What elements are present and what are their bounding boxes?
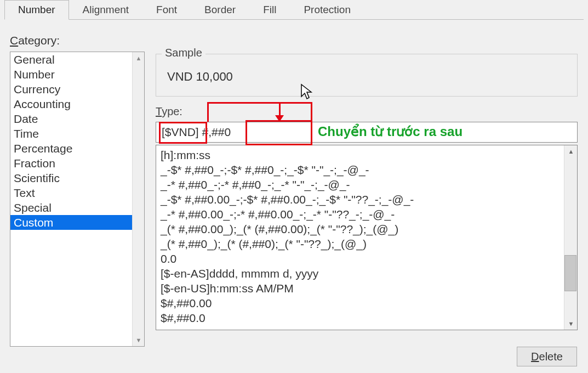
format-list[interactable]: [h]:mm:ss _-$* #,##0_-;-$* #,##0_-;_-$* … xyxy=(156,145,578,330)
annotation-connector xyxy=(207,102,312,122)
scroll-up-icon[interactable]: ▲ xyxy=(133,52,145,64)
sample-label: Sample xyxy=(162,47,205,59)
type-label: Type: xyxy=(156,105,182,118)
list-item[interactable]: General xyxy=(10,52,132,67)
list-item[interactable]: [h]:mm:ss xyxy=(161,148,558,162)
list-item[interactable]: _-* #,##0_-;-* #,##0_-;_-* "-"_-;_-@_- xyxy=(161,177,558,192)
type-input[interactable] xyxy=(156,122,578,143)
list-item[interactable]: $#,##0.0 xyxy=(161,310,558,325)
tab-protection[interactable]: Protection xyxy=(290,0,364,19)
sample-value: VND 10,000 xyxy=(167,70,233,84)
list-item[interactable]: Time xyxy=(10,126,132,141)
list-item[interactable]: [$-en-AS]dddd, mmmm d, yyyy xyxy=(161,266,558,281)
category-listbox[interactable]: General Number Currency Accounting Date … xyxy=(10,52,145,347)
scroll-thumb[interactable] xyxy=(564,255,576,291)
list-item[interactable]: Custom xyxy=(10,215,132,230)
tab-font[interactable]: Font xyxy=(142,0,191,19)
category-label: Category: xyxy=(10,34,60,47)
list-item[interactable]: $#,##0.00 xyxy=(161,296,558,310)
list-item[interactable]: _(* #,##0.00_);_(* (#,##0.00);_(* "-"??_… xyxy=(161,222,558,236)
list-item[interactable]: _-$* #,##0.00_-;-$* #,##0.00_-;_-$* "-"?… xyxy=(161,192,558,207)
tab-border[interactable]: Border xyxy=(191,0,249,19)
list-item[interactable]: Text xyxy=(10,185,132,200)
list-item[interactable]: Accounting xyxy=(10,97,132,111)
list-item[interactable]: Date xyxy=(10,111,132,126)
list-item[interactable]: Special xyxy=(10,200,132,215)
list-item[interactable]: [$-en-US]h:mm:ss AM/PM xyxy=(161,281,558,296)
list-item[interactable]: _(* #,##0_);_(* (#,##0);_(* "-"??_);_(@_… xyxy=(161,236,558,251)
list-item[interactable]: Scientific xyxy=(10,171,132,185)
list-item[interactable]: _-* #,##0.00_-;-* #,##0.00_-;_-* "-"??_-… xyxy=(161,207,558,222)
sample-group: Sample VND 10,000 xyxy=(156,54,578,97)
tab-number[interactable]: Number xyxy=(4,0,69,20)
annotation-arrow-icon xyxy=(279,102,281,121)
scroll-down-icon[interactable]: ▼ xyxy=(133,334,145,346)
tab-fill[interactable]: Fill xyxy=(249,0,290,19)
list-item[interactable]: Fraction xyxy=(10,156,132,171)
scroll-up-icon[interactable]: ▲ xyxy=(564,145,578,157)
tab-alignment[interactable]: Alignment xyxy=(69,0,143,19)
list-item[interactable]: 0.0 xyxy=(161,251,558,266)
list-item[interactable]: Percentage xyxy=(10,141,132,156)
scrollbar[interactable]: ▲ ▼ xyxy=(564,145,577,330)
tab-bar: Number Alignment Font Border Fill Protec… xyxy=(4,0,584,20)
list-item[interactable]: _-$* #,##0_-;-$* #,##0_-;_-$* "-"_-;_-@_… xyxy=(161,162,558,177)
delete-button[interactable]: Delete xyxy=(517,347,577,366)
list-item[interactable]: Number xyxy=(10,67,132,82)
scroll-down-icon[interactable]: ▼ xyxy=(564,318,578,330)
scrollbar[interactable]: ▲ ▼ xyxy=(132,52,144,346)
list-item[interactable]: Currency xyxy=(10,82,132,97)
